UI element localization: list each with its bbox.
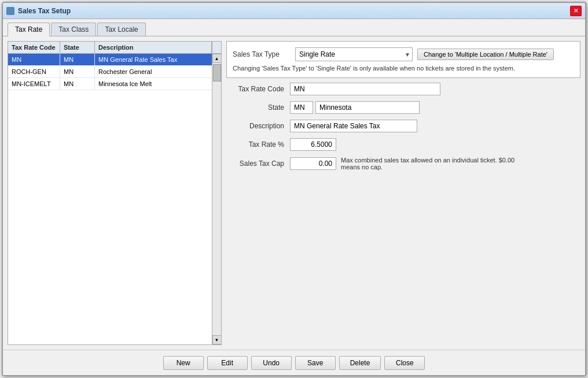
bottom-button-bar: New Edit Undo Save Delete Close: [3, 350, 585, 375]
tax-rate-pct-row: Tax Rate %: [226, 138, 580, 151]
save-button[interactable]: Save: [295, 356, 336, 370]
cell-description: MN General Rate Sales Tax: [95, 54, 212, 65]
sales-tax-cap-row: Sales Tax Cap Max combined sales tax all…: [226, 157, 580, 171]
description-row: Description: [226, 120, 580, 132]
tax-rate-code-row: Tax Rate Code: [226, 83, 580, 95]
scroll-up-arrow[interactable]: ▲: [212, 54, 222, 63]
col-header-description: Description: [95, 42, 212, 53]
sales-tax-type-row: Sales Tax Type Single Rate Multiple Loca…: [233, 47, 574, 61]
edit-button[interactable]: Edit: [207, 356, 248, 370]
sales-tax-cap-input[interactable]: [290, 157, 336, 170]
sales-tax-cap-note: Max combined sales tax allowed on an ind…: [341, 157, 526, 171]
sales-tax-type-dropdown[interactable]: Single Rate Multiple Location / Multiple…: [295, 47, 413, 61]
list-body: MN MN MN General Rate Sales Tax ROCH-GEN…: [8, 54, 212, 344]
tab-tax-rate[interactable]: Tax Rate: [8, 23, 50, 36]
title-bar: Sales Tax Setup ✕: [3, 3, 585, 19]
cell-state: MN: [60, 66, 95, 77]
scroll-thumb[interactable]: [213, 64, 221, 81]
list-item[interactable]: ROCH-GEN MN Rochester General: [8, 66, 212, 78]
cell-state: MN: [60, 54, 95, 65]
state-code-input[interactable]: [290, 101, 313, 114]
list-item[interactable]: MN-ICEMELT MN Minnesota Ice Melt: [8, 78, 212, 90]
list-scrollbar[interactable]: ▲ ▼: [212, 54, 221, 344]
undo-button[interactable]: Undo: [251, 356, 292, 370]
col-header-state: State: [60, 42, 95, 53]
sales-tax-cap-label: Sales Tax Cap: [226, 160, 290, 168]
list-header: Tax Rate Code State Description: [8, 42, 221, 54]
right-panel: Sales Tax Type Single Rate Multiple Loca…: [226, 41, 580, 345]
change-tax-type-button[interactable]: Change to 'Multiple Location / Multiple …: [417, 49, 554, 60]
scroll-down-arrow[interactable]: ▼: [212, 335, 222, 344]
sales-tax-type-info-message: Changing 'Sales Tax Type' to 'Single Rat…: [233, 65, 574, 72]
tax-rate-list: Tax Rate Code State Description MN MN MN…: [8, 41, 222, 345]
cell-state: MN: [60, 78, 95, 90]
tax-rate-pct-label: Tax Rate %: [226, 140, 290, 149]
tab-tax-class[interactable]: Tax Class: [51, 23, 96, 36]
sales-tax-type-dropdown-wrapper: Single Rate Multiple Location / Multiple…: [295, 47, 413, 61]
state-row: State: [226, 101, 580, 114]
scroll-track[interactable]: [212, 63, 222, 335]
sales-tax-type-label: Sales Tax Type: [233, 50, 291, 58]
cell-code: MN-ICEMELT: [8, 78, 60, 90]
state-name-input[interactable]: [315, 101, 420, 114]
tax-rate-code-input[interactable]: [290, 83, 440, 95]
tabs-bar: Tax Rate Tax Class Tax Locale: [3, 19, 585, 36]
tab-tax-locale[interactable]: Tax Locale: [97, 23, 145, 36]
delete-button[interactable]: Delete: [339, 356, 381, 370]
tax-rate-code-label: Tax Rate Code: [226, 85, 290, 93]
form-section: Tax Rate Code State Description Tax Rate…: [226, 83, 580, 345]
description-label: Description: [226, 122, 290, 130]
window-title: Sales Tax Setup: [18, 7, 71, 15]
sales-tax-type-box: Sales Tax Type Single Rate Multiple Loca…: [226, 41, 580, 78]
cell-description: Minnesota Ice Melt: [95, 78, 212, 90]
main-window: Sales Tax Setup ✕ Tax Rate Tax Class Tax…: [2, 2, 586, 376]
cell-code: ROCH-GEN: [8, 66, 60, 77]
list-item[interactable]: MN MN MN General Rate Sales Tax: [8, 54, 212, 66]
description-input[interactable]: [290, 120, 417, 132]
col-header-code: Tax Rate Code: [8, 42, 60, 53]
cell-code: MN: [8, 54, 60, 65]
content-area: Tax Rate Code State Description MN MN MN…: [3, 36, 585, 350]
cell-description: Rochester General: [95, 66, 212, 77]
state-label: State: [226, 103, 290, 112]
new-button[interactable]: New: [163, 356, 204, 370]
window-icon: [6, 7, 14, 15]
tax-rate-pct-input[interactable]: [290, 138, 336, 151]
close-button[interactable]: Close: [384, 356, 425, 370]
window-close-button[interactable]: ✕: [570, 6, 582, 16]
